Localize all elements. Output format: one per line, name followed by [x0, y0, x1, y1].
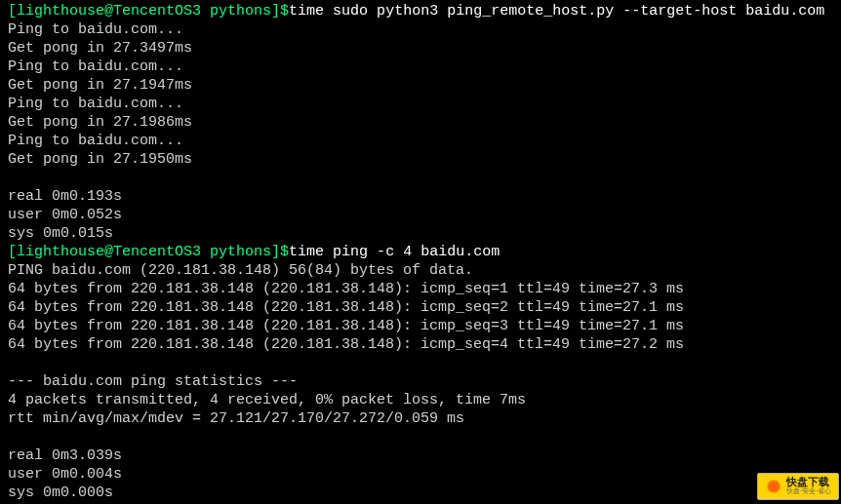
- output-line: Get pong in 27.1947ms: [8, 76, 833, 95]
- prompt-open-bracket: [: [8, 243, 17, 261]
- output-line: PING baidu.com (220.181.38.148) 56(84) b…: [8, 261, 833, 280]
- output-line: 64 bytes from 220.181.38.148 (220.181.38…: [8, 335, 833, 354]
- watermark-text-container: 快盘下载 快盘·安全·省心: [786, 477, 831, 496]
- terminal-line-prompt-2: [lighthouse@TencentOS3 pythons]$time pin…: [8, 243, 833, 261]
- output-line: rtt min/avg/max/mdev = 27.121/27.170/27.…: [8, 409, 833, 428]
- output-line: 64 bytes from 220.181.38.148 (220.181.38…: [8, 280, 833, 298]
- output-line: 4 packets transmitted, 4 received, 0% pa…: [8, 391, 833, 409]
- prompt-space: [201, 2, 210, 20]
- output-line: 64 bytes from 220.181.38.148 (220.181.38…: [8, 298, 833, 317]
- prompt-dollar: $: [280, 243, 289, 261]
- output-line: --- baidu.com ping statistics ---: [8, 372, 833, 391]
- output-line: sys 0m0.000s: [8, 484, 833, 502]
- prompt-open-bracket: [: [8, 2, 17, 20]
- prompt-dollar: $: [280, 2, 289, 20]
- prompt-path: pythons: [210, 2, 271, 20]
- watermark-title: 快盘下载: [786, 477, 831, 486]
- command-text-1[interactable]: time sudo python3 ping_remote_host.py --…: [289, 2, 824, 20]
- prompt-userhost: lighthouse@TencentOS3: [17, 2, 201, 20]
- output-line: Ping to baidu.com...: [8, 132, 833, 150]
- watermark-badge: 快盘下载 快盘·安全·省心: [757, 473, 839, 500]
- output-line: user 0m0.004s: [8, 465, 833, 484]
- output-line: user 0m0.052s: [8, 206, 833, 224]
- command-text-2[interactable]: time ping -c 4 baidu.com: [289, 243, 500, 261]
- output-line: sys 0m0.015s: [8, 224, 833, 243]
- output-line: real 0m0.193s: [8, 187, 833, 206]
- output-line: Ping to baidu.com...: [8, 95, 833, 113]
- output-line: Get pong in 27.1986ms: [8, 113, 833, 132]
- prompt-path: pythons: [210, 243, 271, 261]
- output-line: real 0m3.039s: [8, 446, 833, 465]
- output-line-blank: [8, 354, 833, 372]
- prompt-space: [201, 243, 210, 261]
- output-line: Ping to baidu.com...: [8, 58, 833, 76]
- output-line-blank: [8, 428, 833, 446]
- prompt-close-bracket: ]: [271, 2, 280, 20]
- terminal-line-prompt-1: [lighthouse@TencentOS3 pythons]$time sud…: [8, 2, 833, 20]
- watermark-subtitle: 快盘·安全·省心: [786, 486, 831, 496]
- output-line: 64 bytes from 220.181.38.148 (220.181.38…: [8, 317, 833, 335]
- output-line: Ping to baidu.com...: [8, 20, 833, 39]
- output-line: Get pong in 27.3497ms: [8, 39, 833, 58]
- watermark-logo-icon: [765, 478, 782, 495]
- prompt-close-bracket: ]: [271, 243, 280, 261]
- prompt-userhost: lighthouse@TencentOS3: [17, 243, 201, 261]
- output-line: Get pong in 27.1950ms: [8, 150, 833, 169]
- output-line-blank: [8, 169, 833, 187]
